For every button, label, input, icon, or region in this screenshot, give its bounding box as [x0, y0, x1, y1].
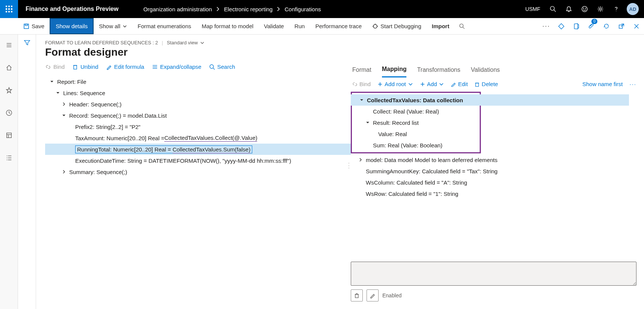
start-debugging-button[interactable]: Start Debugging — [367, 18, 426, 34]
mapping-row[interactable]: Value: Real — [352, 128, 480, 139]
tab-format[interactable]: Format — [352, 64, 371, 77]
save-button[interactable]: Save — [18, 18, 50, 34]
splitter-handle[interactable]: ⋮ — [345, 161, 352, 170]
tree-row[interactable]: Record: Sequence(;) = model.Data.List — [45, 110, 351, 121]
breadcrumb-2[interactable]: Electronic reporting — [222, 6, 275, 12]
svg-rect-5 — [11, 8, 12, 10]
bind-button[interactable]: Bind — [45, 64, 65, 70]
format-tree: Report: File Lines: Sequence Header: Seq… — [45, 76, 351, 177]
mapping-row-selected[interactable]: CollectedTaxValues: Data collection — [351, 94, 629, 106]
mapping-row[interactable]: Result: Record list — [352, 117, 480, 128]
add-dropdown[interactable]: Add — [420, 81, 444, 87]
tree-row-selected[interactable]: RunningTotal: Numeric[20..20] Real = Col… — [45, 144, 351, 155]
recent-icon[interactable] — [0, 106, 18, 120]
unbind-button[interactable]: Unbind — [72, 64, 98, 70]
tree-row[interactable]: Lines: Sequence — [45, 87, 351, 98]
filter-pane[interactable] — [18, 35, 36, 309]
enabled-label: Enabled — [382, 292, 402, 298]
search-icon[interactable] — [546, 0, 561, 18]
svg-rect-4 — [8, 8, 10, 10]
mapping-bind-button[interactable]: Bind — [352, 81, 371, 87]
svg-point-44 — [210, 65, 214, 68]
tab-transformations[interactable]: Transformations — [417, 64, 460, 77]
svg-point-17 — [373, 24, 377, 28]
tree-row[interactable]: Prefix2: String[2..2] = "P2" — [45, 121, 351, 132]
tree-row[interactable]: TaxAmount: Numeric[20..20] Real = Collec… — [45, 132, 351, 144]
more-icon[interactable]: ··· — [629, 81, 636, 87]
close-icon[interactable] — [629, 18, 644, 35]
mapping-row[interactable]: Collect: Real (Value: Real) — [352, 106, 480, 117]
legal-entity[interactable]: USMF — [521, 6, 545, 12]
svg-rect-6 — [6, 11, 7, 12]
bell-icon[interactable] — [561, 0, 576, 18]
format-enumerations-button[interactable]: Format enumerations — [132, 18, 197, 34]
svg-rect-2 — [11, 6, 12, 7]
formula-textarea[interactable] — [351, 262, 636, 286]
app-launcher-icon[interactable] — [0, 0, 18, 18]
svg-rect-30 — [6, 133, 11, 138]
breadcrumb-3[interactable]: Configurations — [282, 6, 323, 12]
smiley-icon[interactable] — [577, 0, 592, 18]
format-tree-pane: Bind Unbind Edit formula Expand/collapse… — [45, 64, 351, 309]
right-sub-toolbar: Bind Add root Add Edit Delete Show name … — [351, 81, 636, 87]
map-format-button[interactable]: Map format to model — [197, 18, 259, 34]
tree-row[interactable]: Report: File — [45, 76, 351, 87]
avatar[interactable]: AD — [627, 3, 639, 15]
show-name-first-button[interactable]: Show name first — [582, 81, 623, 87]
tab-validations[interactable]: Validations — [471, 64, 500, 77]
refresh-icon[interactable] — [599, 18, 614, 35]
edit-formula-button[interactable]: Edit formula — [106, 64, 144, 70]
svg-rect-52 — [355, 294, 358, 298]
add-root-dropdown[interactable]: Add root — [377, 81, 413, 87]
edit-button[interactable]: Edit — [451, 81, 468, 87]
workspace-icon[interactable] — [0, 129, 18, 142]
global-header: Finance and Operations Preview Organizat… — [0, 0, 644, 18]
view-dropdown[interactable]: Standard view — [167, 40, 205, 45]
diamond-icon[interactable] — [554, 18, 569, 35]
menu-icon[interactable] — [0, 38, 18, 52]
attachments-icon[interactable]: 0 — [584, 18, 599, 35]
filter-icon — [24, 39, 30, 46]
more-icon[interactable]: ··· — [539, 18, 554, 35]
mapping-row[interactable]: model: Data model Model to learn deferre… — [351, 154, 636, 165]
star-icon[interactable] — [0, 83, 18, 97]
breadcrumb-1[interactable]: Organization administration — [141, 6, 214, 12]
edit-icon-button[interactable] — [367, 289, 379, 301]
svg-point-14 — [599, 8, 601, 10]
svg-rect-16 — [25, 24, 27, 26]
help-icon[interactable] — [609, 0, 624, 18]
show-details-button[interactable]: Show details — [50, 18, 94, 34]
svg-rect-0 — [6, 6, 7, 7]
popout-icon[interactable] — [614, 18, 629, 35]
expand-collapse-button[interactable]: Expand/collapse — [152, 64, 202, 70]
validate-button[interactable]: Validate — [259, 18, 289, 34]
mapping-row[interactable]: Sum: Real (Value: Boolean) — [352, 139, 480, 151]
mapping-row[interactable]: SummingAmountKey: Calculated field = "Ta… — [351, 165, 636, 177]
svg-rect-50 — [476, 83, 479, 86]
modules-icon[interactable] — [0, 151, 18, 165]
svg-line-10 — [554, 10, 556, 12]
office-icon[interactable] — [569, 18, 584, 35]
page-path-text: FORMAT TO LEARN DEFERRED SEQUENCES : 2 — [45, 40, 158, 45]
home-icon[interactable] — [0, 61, 18, 74]
import-button[interactable]: Import — [427, 18, 455, 34]
search-tree-button[interactable]: Search — [209, 64, 235, 70]
mapping-row[interactable]: WsColumn: Calculated field = "A": String — [351, 177, 636, 188]
svg-rect-15 — [24, 24, 29, 29]
svg-rect-3 — [6, 8, 7, 10]
performance-trace-button[interactable]: Performance trace — [310, 18, 367, 34]
gear-icon[interactable] — [593, 0, 608, 18]
tree-row[interactable]: Summary: Sequence(;) — [45, 166, 351, 177]
tab-mapping[interactable]: Mapping — [382, 64, 407, 77]
mapping-row[interactable]: WsRow: Calculated field = "1": String — [351, 188, 636, 199]
command-search-icon[interactable] — [455, 18, 470, 35]
svg-point-21 — [460, 24, 464, 27]
page-title: Format designer — [45, 46, 636, 58]
tree-row[interactable]: Header: Sequence(;) — [45, 98, 351, 110]
delete-button[interactable]: Delete — [474, 81, 498, 87]
show-all-dropdown[interactable]: Show all — [94, 18, 132, 34]
tree-row[interactable]: ExecutionDateTime: String = DATETIMEFORM… — [45, 155, 351, 166]
trash-icon-button[interactable] — [351, 289, 363, 301]
run-button[interactable]: Run — [289, 18, 310, 34]
app-title: Finance and Operations Preview — [18, 6, 126, 12]
